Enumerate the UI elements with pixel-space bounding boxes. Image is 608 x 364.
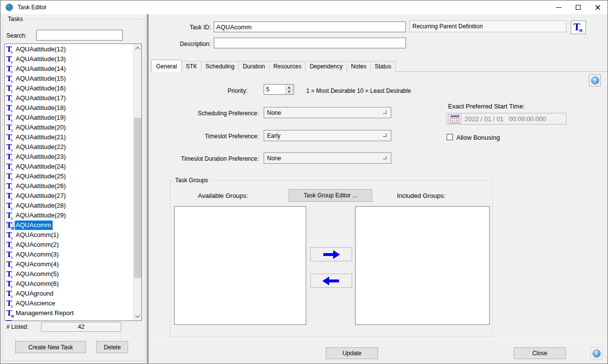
tab-scheduling[interactable]: Scheduling (201, 61, 239, 72)
tab-stk[interactable]: STK (181, 61, 202, 72)
task-list-item[interactable]: TIAQUAattitude(19) (5, 113, 133, 123)
close-icon: × (594, 3, 601, 12)
help-button-bottom[interactable]: ? (590, 347, 602, 359)
task-list-item-label: AQUAcomm (15, 220, 53, 230)
tab-status[interactable]: Status (370, 61, 396, 72)
minimize-button[interactable] (549, 0, 568, 14)
task-list-item[interactable]: TIAQUAattitude(27) (5, 191, 133, 201)
priority-spinner[interactable]: 5 (264, 84, 294, 95)
task-list-item[interactable]: TIAQUAcomm(6) (5, 279, 133, 289)
scrollbar-up-button[interactable] (134, 44, 142, 52)
chevron-up-icon (135, 47, 140, 52)
scheduling-preference-select[interactable]: None (264, 107, 391, 118)
task-instance-icon: TI (6, 202, 15, 210)
task-list[interactable]: TIAQUAattitude(12)TIAQUAattitude(13)TIAQ… (4, 43, 142, 321)
recurring-parent-definition-box: Recurring Parent Definition (409, 21, 566, 32)
task-editor-window: Task Editor × Tasks Search: TIAQUAattitu… (0, 0, 608, 364)
task-list-item[interactable]: TIAQUAattitude(28) (5, 201, 133, 211)
task-list-item[interactable]: TIAQUAcomm(2) (5, 240, 133, 250)
update-button[interactable]: Update (326, 347, 378, 359)
scheduling-preference-label: Scheduling Preference: (162, 110, 259, 117)
task-list-item[interactable]: TIAQUAground (5, 289, 133, 299)
task-list-item[interactable]: TIAQUAattitude(13) (5, 54, 133, 64)
included-groups-label: Included Groups: (372, 192, 470, 199)
task-list-item[interactable]: TIAQUAattitude(20) (5, 123, 133, 132)
task-list-scrollbar[interactable] (133, 44, 141, 321)
task-list-item[interactable]: TIAQUAattitude(21) (5, 132, 133, 142)
available-groups-list[interactable] (174, 206, 306, 325)
task-list-item[interactable]: TIAQUAcomm(3) (5, 250, 133, 259)
task-list-item-label: AQUAattitude(22) (15, 142, 68, 152)
task-instance-icon: TI (6, 182, 15, 191)
calendar-button[interactable] (449, 114, 461, 124)
task-list-item-label: AQUAscience (15, 299, 57, 308)
task-list-item[interactable]: TIAQUAattitude(17) (5, 93, 133, 103)
included-groups-list[interactable] (355, 206, 490, 325)
task-instance-icon: TI (6, 94, 15, 103)
task-list-item-label: AQUAattitude(15) (15, 74, 68, 84)
timeslot-preference-select[interactable]: Early (264, 130, 391, 141)
task-list-item[interactable]: TIAQUAcomm(4) (5, 259, 133, 269)
search-input[interactable] (36, 30, 123, 41)
task-list-item-label: AQUAattitude(26) (15, 181, 68, 191)
create-new-task-button[interactable]: Create New Task (15, 341, 86, 353)
spinner-down-button[interactable] (285, 89, 293, 94)
description-field[interactable] (214, 38, 406, 48)
task-group-editor-button[interactable]: Task Group Editor ... (289, 189, 372, 202)
task-instance-icon: TI (6, 241, 15, 249)
task-list-item[interactable]: TIAQUAcomm(1) (5, 230, 133, 240)
task-list-item-label: AQUAattitude(25) (15, 171, 68, 181)
task-list-item[interactable]: TI (5, 318, 133, 321)
scrollbar-down-button[interactable] (134, 312, 142, 321)
spinner-up-button[interactable] (285, 85, 293, 89)
recurring-task-button[interactable]: TR (571, 21, 586, 34)
task-list-item[interactable]: TIAQUAattitude(18) (5, 103, 133, 113)
task-list-item[interactable]: TIAQUAattitude(26) (5, 181, 133, 191)
task-list-item[interactable]: TRManagement Report (5, 308, 133, 318)
task-list-item[interactable]: TIAQUAattitude(25) (5, 171, 133, 181)
task-list-item-label: AQUAattitude(24) (15, 162, 68, 171)
task-list-item[interactable]: TIAQUAscience (5, 299, 133, 308)
task-id-field[interactable] (214, 21, 406, 32)
task-instance-icon: TI (6, 212, 15, 220)
tab-general[interactable]: General (151, 60, 182, 72)
task-list-item[interactable]: TIAQUAattitude(24) (5, 162, 133, 171)
panel-splitter[interactable] (147, 14, 149, 364)
move-left-button[interactable] (310, 274, 352, 288)
task-list-item-label: AQUAattitude(13) (15, 54, 68, 64)
help-icon: ? (592, 349, 601, 358)
task-list-item[interactable]: TIAQUAattitude(23) (5, 152, 133, 162)
maximize-button[interactable] (568, 0, 588, 14)
task-instance-icon: TI (6, 75, 15, 83)
task-list-item[interactable]: TIAQUAattitude(22) (5, 142, 133, 152)
task-instance-icon: TI (6, 114, 15, 122)
tab-dependency[interactable]: Dependency (305, 61, 347, 72)
priority-value: 5 (266, 86, 270, 93)
timeslot-duration-preference-select[interactable]: None (264, 152, 391, 164)
task-instance-icon: TI (6, 133, 15, 142)
task-list-item[interactable]: TIAQUAattitude(14) (5, 64, 133, 74)
delete-button[interactable]: Delete (96, 341, 128, 353)
task-instance-icon: TI (6, 172, 15, 181)
task-instance-icon: TI (6, 143, 15, 151)
calendar-icon (450, 115, 459, 123)
close-button[interactable]: Close (514, 347, 566, 359)
move-right-button[interactable] (310, 247, 352, 261)
tab-resources[interactable]: Resources (269, 61, 306, 72)
task-list-item[interactable]: TIAQUAcomm(5) (5, 269, 133, 279)
task-list-item[interactable]: TIAQUAattitude(15) (5, 74, 133, 84)
task-recurring-icon: TR (574, 22, 584, 32)
tab-notes[interactable]: Notes (347, 61, 371, 72)
maximize-icon (576, 5, 581, 10)
scrollbar-thumb[interactable] (134, 118, 141, 278)
close-window-button[interactable]: × (588, 0, 608, 14)
tab-duration[interactable]: Duration (238, 61, 269, 72)
allow-bonusing-checkbox[interactable] (447, 134, 453, 140)
task-list-item[interactable]: TIAQUAattitude(16) (5, 84, 133, 93)
task-list-item[interactable]: TIAQUAattitude(12) (5, 44, 133, 54)
task-list-item[interactable]: TIAQUAattitude(29) (5, 211, 133, 220)
task-list-item-label: AQUAattitude(21) (15, 132, 68, 142)
task-list-item[interactable]: TRAQUAcomm (5, 220, 133, 230)
task-list-item-label: AQUAattitude(12) (15, 44, 68, 54)
help-button-top[interactable]: ? (589, 74, 601, 86)
